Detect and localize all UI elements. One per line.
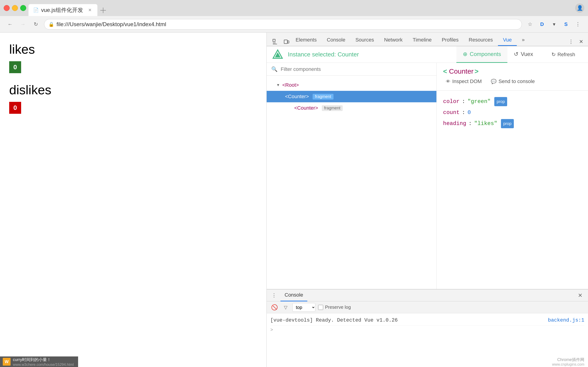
minimize-traffic-light[interactable] — [12, 5, 18, 11]
tab-timeline-label: Timeline — [413, 37, 432, 43]
detail-title-open: < — [443, 67, 449, 75]
refresh-button[interactable]: ↻ Refresh — [548, 49, 579, 60]
inspect-element-icon[interactable] — [271, 38, 279, 46]
tab-more[interactable]: » — [517, 34, 530, 46]
component-tree: 🔍 ▼ <Root> <Counter> — [267, 63, 437, 289]
chrome-menu-button[interactable]: ⋮ — [573, 20, 582, 29]
vue-header: Instance selected: Counter ⊕ Components … — [267, 46, 588, 63]
prop-count: count : 0 — [443, 107, 582, 118]
vue-tab-vuex[interactable]: ↺ Vuex — [507, 46, 540, 63]
tab-vue[interactable]: Vue — [498, 34, 517, 46]
tab-network[interactable]: Network — [379, 34, 408, 46]
filter-input[interactable] — [281, 66, 432, 72]
preserve-log-checkbox[interactable] — [318, 305, 323, 310]
vue-header-tabs: ⊕ Components ↺ Vuex — [456, 46, 540, 63]
devtools-settings-icon[interactable]: ⋮ — [567, 38, 575, 46]
vue-devtools: Instance selected: Counter ⊕ Components … — [267, 46, 588, 289]
tab-sources[interactable]: Sources — [350, 34, 379, 46]
tree-item-counter-1[interactable]: <Counter> fragment — [267, 91, 436, 102]
inspect-dom-button[interactable]: 👁 Inspect DOM — [443, 77, 484, 86]
tree-counter1-badge: fragment — [313, 94, 334, 100]
prop-count-value: 0 — [467, 107, 471, 118]
close-traffic-light[interactable] — [4, 5, 10, 11]
console-icon: 💬 — [491, 79, 497, 84]
console-close-button[interactable]: ✕ — [576, 291, 584, 300]
tab-close-button[interactable]: ✕ — [87, 7, 93, 13]
console-no-entry-button[interactable]: 🚫 — [270, 303, 279, 311]
likes-counter-value: 0 — [13, 64, 17, 71]
vue-main: 🔍 ▼ <Root> <Counter> — [267, 63, 588, 289]
devtools-tab-bar: Elements Console Sources Network Timelin… — [267, 33, 588, 46]
tab-more-label: » — [522, 37, 525, 43]
address-bar[interactable]: 🔒 file:///Users/wanjie/Desktop/vue1/inde… — [44, 19, 522, 30]
tab-resources-label: Resources — [469, 37, 493, 43]
titlebar: 📄 vue.js组件化开发 ✕ 👤 — [0, 0, 588, 16]
console-message-text: [vue-devtools] Ready. Detected Vue v1.0.… — [270, 317, 398, 323]
tab-elements[interactable]: Elements — [291, 34, 322, 46]
prop-color-badge: prop — [494, 97, 507, 106]
bookmark-button[interactable]: ☆ — [526, 20, 535, 29]
watermark-logo: W — [3, 358, 10, 366]
tree-content: ▼ <Root> <Counter> fragment <Counter> — [267, 76, 436, 289]
console-prompt[interactable]: > — [270, 326, 584, 334]
dislikes-counter: 0 — [9, 102, 21, 114]
console-message-source[interactable]: backend.js:1 — [548, 317, 584, 323]
send-to-console-button[interactable]: 💬 Send to console — [488, 77, 537, 86]
active-tab[interactable]: 📄 vue.js组件化开发 ✕ — [28, 4, 97, 16]
send-to-console-label: Send to console — [498, 78, 535, 84]
browser-content: likes 0 dislikes 0 — [0, 33, 588, 367]
preserve-log-option[interactable]: Preserve log — [318, 305, 351, 310]
tree-item-counter-2[interactable]: <Counter> fragment — [267, 102, 436, 114]
console-toolbar: 🚫 ▽ top Preserve log — [267, 301, 588, 313]
vue-logo — [272, 49, 283, 60]
console-message: [vue-devtools] Ready. Detected Vue v1.0.… — [270, 315, 584, 326]
refresh-icon: ↻ — [552, 52, 556, 58]
vue-tab-components-label: Components — [470, 51, 501, 57]
tab-elements-label: Elements — [296, 37, 317, 43]
component-props: color : "green" prop count : 0 — [437, 91, 588, 135]
chrome-d-button[interactable]: D — [537, 20, 547, 29]
tab-console[interactable]: Console — [322, 34, 351, 46]
inspect-dom-label: Inspect DOM — [452, 78, 482, 84]
watermark-line1: curry时间到的小量！ — [13, 357, 74, 362]
tab-vue-label: Vue — [503, 37, 512, 43]
vue-tab-vuex-label: Vuex — [521, 51, 533, 57]
vue-header-actions: ↻ Refresh — [544, 49, 582, 60]
devtools-panel: Elements Console Sources Network Timelin… — [267, 33, 588, 367]
watermark-right-text2: www.cnplugins.com — [552, 362, 585, 367]
tree-toggle-root: ▼ — [276, 83, 280, 87]
console-dots-button[interactable]: ⋮ — [270, 292, 278, 299]
maximize-traffic-light[interactable] — [20, 5, 26, 11]
dislikes-counter-value: 0 — [13, 104, 17, 111]
vue-tab-components[interactable]: ⊕ Components — [456, 46, 507, 63]
svg-rect-5 — [284, 40, 287, 44]
device-toggle-icon[interactable] — [282, 38, 291, 46]
dislikes-heading: dislikes — [9, 82, 257, 97]
search-icon: 🔍 — [271, 66, 277, 72]
chrome-ext-button[interactable]: ▾ — [549, 20, 559, 29]
tree-item-root[interactable]: ▼ <Root> — [267, 79, 436, 91]
new-tab-button[interactable] — [97, 5, 109, 16]
prop-count-key: count — [443, 107, 460, 118]
console-funnel-icon[interactable]: ▽ — [281, 303, 290, 311]
forward-button[interactable]: → — [18, 20, 27, 29]
back-button[interactable]: ← — [6, 20, 15, 29]
prop-heading-colon: : — [468, 118, 472, 129]
console-context-select[interactable]: top — [292, 303, 315, 312]
detail-title-name: Counter — [449, 67, 474, 75]
user-profile-button[interactable]: 👤 — [575, 3, 584, 13]
tab-console-label: Console — [327, 37, 346, 43]
tab-network-label: Network — [384, 37, 403, 43]
prop-color-colon: : — [462, 96, 465, 107]
likes-heading: likes — [9, 42, 257, 57]
devtools-right-icons: ⋮ ✕ — [567, 38, 585, 46]
devtools-close-icon[interactable]: ✕ — [577, 38, 585, 46]
chrome-s-button[interactable]: S — [561, 20, 571, 29]
reload-button[interactable]: ↻ — [31, 20, 40, 29]
tab-resources[interactable]: Resources — [464, 34, 498, 46]
tab-timeline[interactable]: Timeline — [408, 34, 437, 46]
console-tab[interactable]: Console — [280, 290, 307, 301]
tab-favicon: 📄 — [33, 7, 39, 13]
tab-profiles[interactable]: Profiles — [437, 34, 464, 46]
tab-profiles-label: Profiles — [442, 37, 458, 43]
